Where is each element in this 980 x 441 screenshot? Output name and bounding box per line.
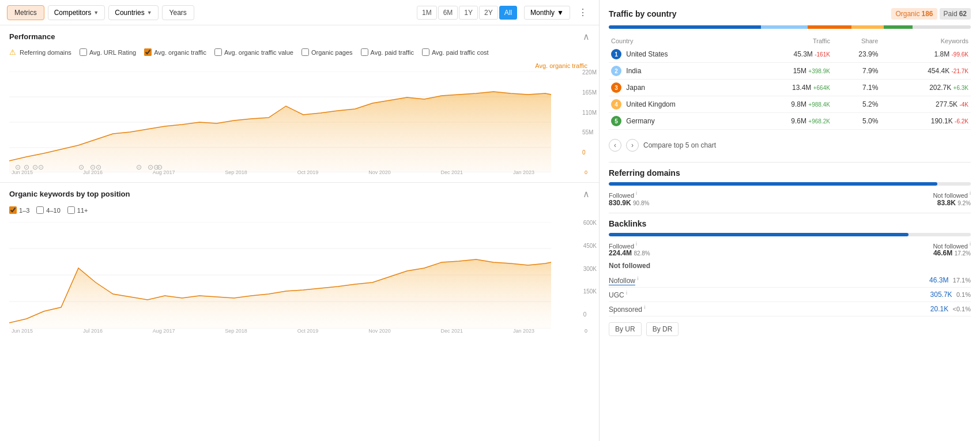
x-label-sep2018: Sep 2018: [225, 169, 247, 175]
not-followed-value: 83.8K: [937, 199, 956, 207]
top-bar: Metrics Competitors ▼ Countries ▼ Years …: [0, 0, 599, 25]
table-row: 3 Japan 13.4M +664K 7.1% 202.7K +6.3K: [609, 80, 971, 96]
filter-1-3-checkbox[interactable]: [9, 206, 17, 214]
time-all[interactable]: All: [499, 6, 517, 20]
by-dr-button[interactable]: By DR: [646, 322, 679, 336]
table-row: 2 India 15M +398.9K 7.9% 454.4K -21.7K: [609, 63, 971, 80]
followed-label: Followed i: [609, 190, 649, 199]
organic-badge[interactable]: Organic 186: [891, 8, 937, 20]
organic-pages-checkbox[interactable]: [301, 48, 309, 56]
nofollow-row: Nofollow i 46.3M 17.1%: [609, 273, 971, 288]
traffic-japan: 13.4M +664K: [746, 80, 832, 96]
avg-organic-traffic-value-checkbox[interactable]: [214, 48, 222, 56]
sponsored-pct: <0.1%: [953, 306, 971, 312]
x-label-jul2016: Jul 2016: [83, 169, 103, 175]
ugc-pct: 0.1%: [956, 291, 971, 298]
sponsored-label: Sponsored i: [609, 304, 645, 314]
filter-1-3[interactable]: 1–3: [9, 206, 29, 214]
time-2y[interactable]: 2Y: [479, 6, 498, 20]
metric-avg-organic-traffic-value[interactable]: Avg. organic traffic value: [214, 48, 293, 56]
traffic-country-header: Traffic by country Organic 186 Paid 62: [609, 8, 971, 20]
time-1m[interactable]: 1M: [417, 6, 437, 20]
traffic-color-bar: [609, 25, 971, 29]
y-axis: 220M 165M 110M 55M 0: [582, 69, 597, 156]
not-followed-label: Not followed i: [933, 190, 971, 199]
keywords-collapse-button[interactable]: ∧: [583, 189, 590, 199]
paid-badge[interactable]: Paid 62: [940, 8, 971, 20]
sponsored-row: Sponsored i 20.1K <0.1%: [609, 302, 971, 316]
kw-y-300k: 300K: [583, 266, 597, 272]
kw-x-aug2017: Aug 2017: [153, 328, 175, 334]
followed-pct: 90.8%: [633, 200, 649, 206]
x-label-jan2023: Jan 2023: [513, 169, 534, 175]
rank-4: 4: [611, 99, 621, 110]
rank-2: 2: [611, 66, 621, 76]
metric-organic-pages[interactable]: Organic pages: [301, 48, 353, 56]
kw-x-dec2021: Dec 2021: [441, 328, 463, 334]
kw-y-600k: 600K: [583, 220, 597, 226]
avg-url-rating-checkbox[interactable]: [80, 48, 87, 56]
performance-collapse-button[interactable]: ∧: [583, 31, 590, 42]
avg-paid-traffic-cost-checkbox[interactable]: [422, 48, 429, 56]
color-bar-uk: [851, 25, 884, 29]
kw-x-nov2020: Nov 2020: [368, 328, 391, 334]
col-country: Country: [609, 36, 746, 46]
followed-value: 830.9K: [609, 199, 631, 207]
country-cell-india: 2 India: [609, 63, 746, 80]
by-buttons: By UR By DR: [609, 322, 971, 336]
metric-avg-url-rating[interactable]: Avg. URL Rating: [80, 48, 136, 56]
rank-3: 3: [611, 82, 621, 93]
country-cell-japan: 3 Japan: [609, 80, 746, 96]
keywords-header: Organic keywords by top position ∧: [0, 183, 599, 203]
keywords-chart-area: 600K 450K 300K 150K 0: [0, 217, 599, 344]
years-tab[interactable]: Years: [162, 5, 194, 20]
rank-1: 1: [611, 49, 621, 59]
time-1y[interactable]: 1Y: [459, 6, 478, 20]
countries-dropdown[interactable]: Countries ▼: [108, 5, 158, 20]
kw-x-jul2016: Jul 2016: [83, 328, 103, 334]
competitors-arrow-icon: ▼: [93, 10, 99, 16]
time-6m[interactable]: 6M: [438, 6, 458, 20]
sponsored-value: 20.1K: [930, 305, 948, 313]
keywords-india: 454.4K -21.7K: [880, 63, 971, 80]
compare-top5-link[interactable]: Compare top 5 on chart: [643, 141, 716, 149]
x-label-zero: 0: [585, 169, 587, 175]
nofollow-label: Nofollow i: [609, 276, 638, 285]
not-followed-pct: 9.2%: [958, 200, 971, 206]
svg-text:⊙: ⊙: [136, 163, 142, 171]
backlinks-bar-fill: [609, 233, 909, 236]
metric-avg-paid-traffic-cost[interactable]: Avg. paid traffic cost: [422, 48, 489, 56]
metrics-tab[interactable]: Metrics: [7, 5, 44, 20]
avg-paid-traffic-checkbox[interactable]: [361, 48, 368, 56]
next-arrow-button[interactable]: ›: [626, 139, 639, 152]
filter-4-10-checkbox[interactable]: [36, 206, 44, 214]
avg-organic-traffic-checkbox[interactable]: [144, 48, 152, 56]
more-options-button[interactable]: ⋮: [574, 5, 592, 20]
by-ur-button[interactable]: By UR: [609, 322, 642, 336]
bl-not-followed-value: 46.6M: [933, 249, 952, 257]
metric-referring-domains[interactable]: ⚠ Referring domains: [9, 48, 71, 56]
performance-title: Performance: [9, 32, 55, 41]
bl-followed-label: Followed i: [609, 241, 650, 250]
keywords-us: 1.8M -99.6K: [880, 46, 971, 63]
chart-active-metric-label: Avg. organic traffic: [535, 62, 587, 69]
keywords-japan: 202.7K +6.3K: [880, 80, 971, 96]
metric-avg-paid-traffic[interactable]: Avg. paid traffic: [361, 48, 414, 56]
monthly-dropdown[interactable]: Monthly ▼: [524, 6, 570, 20]
filter-4-10[interactable]: 4–10: [36, 206, 60, 214]
col-share: Share: [832, 36, 880, 46]
followed-stat: Followed i 830.9K 90.8%: [609, 190, 649, 207]
backlinks-stat-row: Followed i 224.4M 82.8% Not followed i 4…: [609, 241, 971, 258]
color-bar-germany: [884, 25, 913, 29]
referring-domains-bar: [609, 182, 971, 186]
filter-11plus-checkbox[interactable]: [67, 206, 75, 214]
filter-11plus[interactable]: 11+: [67, 206, 88, 214]
countries-arrow-icon: ▼: [147, 10, 152, 16]
prev-arrow-button[interactable]: ‹: [609, 139, 621, 152]
col-keywords: Keywords: [880, 36, 971, 46]
keywords-filters: 1–3 4–10 11+: [0, 203, 599, 217]
traffic-india: 15M +398.9K: [746, 63, 832, 80]
competitors-dropdown[interactable]: Competitors ▼: [48, 5, 105, 20]
metric-avg-organic-traffic[interactable]: Avg. organic traffic: [144, 48, 206, 56]
backlinks-bar: [609, 233, 971, 236]
